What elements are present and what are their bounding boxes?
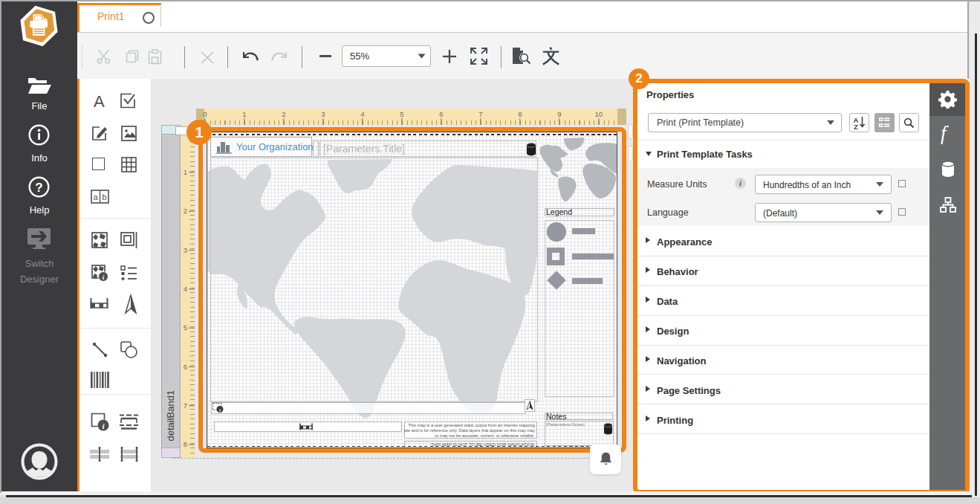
svg-text:8: 8 — [518, 110, 522, 118]
svg-text:0: 0 — [203, 110, 207, 118]
svg-text:4: 4 — [184, 285, 187, 293]
svg-text:a: a — [94, 193, 99, 201]
svg-text:8: 8 — [184, 440, 187, 448]
svg-text:2: 2 — [282, 110, 285, 118]
svg-text:5: 5 — [184, 323, 187, 332]
svg-text:4: 4 — [360, 110, 364, 118]
svg-text:5: 5 — [400, 110, 403, 118]
svg-text:6: 6 — [439, 110, 443, 118]
svg-text:3: 3 — [184, 246, 187, 254]
svg-text:1: 1 — [242, 110, 246, 118]
svg-text:6: 6 — [184, 363, 187, 371]
svg-text:3: 3 — [321, 110, 325, 118]
svg-text:?: ? — [35, 181, 42, 195]
svg-text:9: 9 — [557, 110, 561, 118]
svg-text:2: 2 — [184, 207, 187, 215]
svg-text:b: b — [103, 193, 107, 201]
svg-text:7: 7 — [184, 401, 187, 410]
svg-text:10: 10 — [595, 110, 603, 118]
svg-text:7: 7 — [478, 110, 482, 118]
svg-text:1: 1 — [184, 168, 187, 176]
svg-text:Z: Z — [854, 123, 858, 130]
